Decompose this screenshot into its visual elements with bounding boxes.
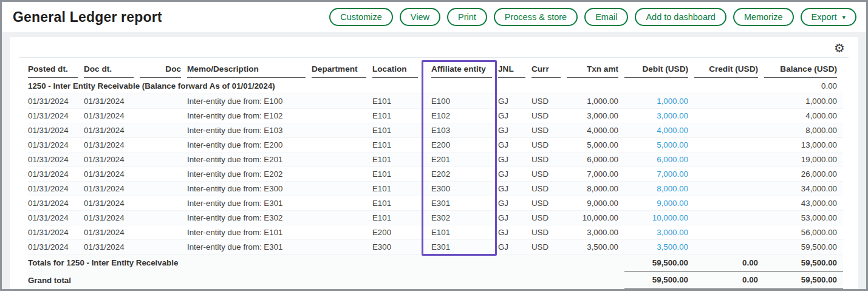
cell-credit	[694, 94, 764, 109]
cell-memo: Inter-entity due from: E102	[187, 109, 312, 123]
cell-txn: 7,000.00	[567, 167, 624, 182]
cell-balance: 43,000.00	[764, 196, 843, 211]
cell-debit: 7,000.00	[624, 167, 694, 182]
gear-icon[interactable]: ⚙	[834, 42, 845, 54]
cell-posted: 01/31/2024	[28, 109, 84, 123]
export-button[interactable]: Export▾	[801, 8, 856, 26]
cell-credit	[694, 196, 764, 211]
cell-department	[312, 225, 372, 240]
column-header-curr: Curr	[531, 62, 567, 78]
cell-doc	[140, 123, 187, 138]
debit-amount-link[interactable]: 3,000.00	[657, 111, 688, 120]
customize-button[interactable]: Customize	[329, 8, 393, 26]
cell-department	[312, 240, 372, 255]
debit-amount-link[interactable]: 5,000.00	[657, 140, 688, 149]
cell-department	[312, 138, 372, 152]
table-row: 01/31/202401/31/2024Inter-entity due fro…	[28, 167, 843, 182]
cell-balance: 4,000.00	[764, 109, 843, 123]
cell-jnl: GJ	[498, 225, 531, 240]
cell-department	[312, 109, 372, 123]
add-to-dashboard-button[interactable]: Add to dashboard	[635, 8, 726, 26]
cell-txn: 5,000.00	[567, 138, 624, 152]
cell-affiliate: E100	[424, 94, 498, 109]
cell-doc	[140, 225, 187, 240]
cell-location: E300	[372, 240, 424, 255]
email-button[interactable]: Email	[584, 8, 628, 26]
report-card: ⚙ Posted dt.Doc dt.DocMemo/DescriptionDe…	[10, 37, 858, 291]
cell-balance: 19,000.00	[764, 152, 843, 167]
cell-jnl: GJ	[498, 167, 531, 182]
cell-docdt: 01/31/2024	[84, 123, 140, 138]
cell-docdt: 01/31/2024	[84, 196, 140, 211]
cell-txn: 3,000.00	[567, 109, 624, 123]
view-button[interactable]: View	[400, 8, 440, 26]
page-title: General Ledger report	[13, 9, 162, 26]
table-row: 01/31/202401/31/2024Inter-entity due fro…	[28, 152, 843, 167]
cell-memo: Inter-entity due from: E103	[187, 123, 312, 138]
cell-location: E101	[372, 94, 424, 109]
debit-amount-link[interactable]: 7,000.00	[657, 169, 688, 179]
process-store-button[interactable]: Process & store	[494, 8, 578, 26]
debit-amount-link[interactable]: 3,500.00	[657, 242, 688, 252]
cell-department	[312, 167, 372, 182]
column-header-docdt: Doc dt.	[84, 62, 140, 78]
cell-jnl: GJ	[498, 109, 531, 123]
table-row: 01/31/202401/31/2024Inter-entity due fro…	[28, 138, 843, 152]
cell-txn: 10,000.00	[567, 211, 624, 225]
cell-affiliate: E101	[424, 225, 498, 240]
cell-memo: Inter-entity due from: E202	[187, 167, 312, 182]
cell-location: E101	[372, 109, 424, 123]
debit-amount-link[interactable]: 4,000.00	[657, 126, 688, 135]
cell-jnl: GJ	[498, 138, 531, 152]
cell-docdt: 01/31/2024	[84, 138, 140, 152]
cell-curr: USD	[531, 240, 567, 255]
cell-curr: USD	[531, 182, 567, 196]
export-button-label: Export	[812, 12, 837, 22]
debit-amount-link[interactable]: 10,000.00	[652, 213, 688, 222]
cell-balance: 34,000.00	[764, 182, 843, 196]
cell-memo: Inter-entity due from: E100	[187, 94, 312, 109]
cell-txn: 9,000.00	[567, 196, 624, 211]
column-header-memo: Memo/Description	[187, 62, 312, 78]
memorize-button[interactable]: Memorize	[733, 8, 794, 26]
cell-txn: 4,000.00	[567, 123, 624, 138]
cell-posted: 01/31/2024	[28, 211, 84, 225]
debit-amount-link[interactable]: 6,000.00	[657, 155, 688, 164]
debit-amount-link[interactable]: 9,000.00	[657, 199, 688, 208]
cell-department	[312, 196, 372, 211]
cell-memo: Inter-entity due from: E301	[187, 196, 312, 211]
cell-location: E101	[372, 211, 424, 225]
column-header-balance: Balance (USD)	[764, 62, 843, 78]
totals-row: Totals for 1250 - Inter Entity Receivabl…	[28, 255, 843, 272]
toolbar-actions: CustomizeViewPrintProcess & storeEmailAd…	[329, 8, 856, 26]
cell-balance: 53,000.00	[764, 211, 843, 225]
cell-balance: 56,000.00	[764, 225, 843, 240]
cell-location: E101	[372, 182, 424, 196]
cell-txn: 3,500.00	[567, 240, 624, 255]
cell-curr: USD	[531, 94, 567, 109]
print-button[interactable]: Print	[447, 8, 487, 26]
cell-memo: Inter-entity due from: E301	[187, 240, 312, 255]
cell-jnl: GJ	[498, 182, 531, 196]
debit-amount-link[interactable]: 3,000.00	[657, 228, 688, 237]
cell-doc	[140, 196, 187, 211]
debit-amount-link[interactable]: 8,000.00	[657, 184, 688, 193]
cell-balance: 59,500.00	[764, 240, 843, 255]
cell-debit: 10,000.00	[624, 211, 694, 225]
cell-affiliate: E302	[424, 211, 498, 225]
debit-amount-link[interactable]: 1,000.00	[657, 97, 688, 106]
totals-credit: 0.00	[694, 255, 764, 272]
cell-balance: 8,000.00	[764, 123, 843, 138]
cell-credit	[694, 240, 764, 255]
account-group-label: 1250 - Inter Entity Receivable (Balance …	[28, 78, 764, 94]
cell-department	[312, 123, 372, 138]
cell-location: E101	[372, 196, 424, 211]
cell-docdt: 01/31/2024	[84, 152, 140, 167]
grand-total-credit: 0.00	[694, 272, 764, 289]
cell-balance: 13,000.00	[764, 138, 843, 152]
cell-department	[312, 152, 372, 167]
cell-posted: 01/31/2024	[28, 123, 84, 138]
cell-debit: 9,000.00	[624, 196, 694, 211]
cell-affiliate: E202	[424, 167, 498, 182]
cell-posted: 01/31/2024	[28, 196, 84, 211]
